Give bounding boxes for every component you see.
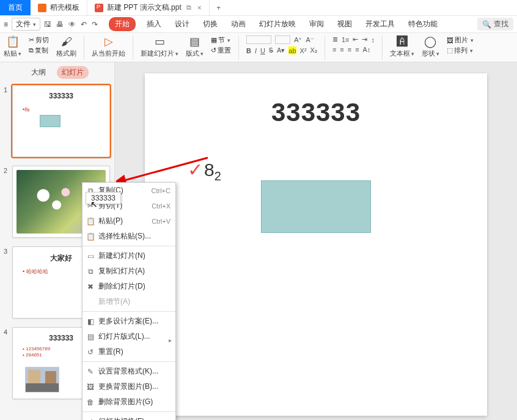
ctx-new-slide[interactable]: ▭新建幻灯片(N) <box>82 248 175 263</box>
ctx-bg-delete[interactable]: 🗑删除背景图片(G) <box>82 394 175 410</box>
thumb-image-street <box>25 367 59 392</box>
ribbon-toolbar: 📋 粘贴 ✂ 剪切 ⧉ 复制 🖌 格式刷 ▷ 从当前开始 ▭ 新建幻灯片 ▤ 版… <box>0 33 517 62</box>
ctx-bg-format[interactable]: ✎设置背景格式(K)... <box>82 364 175 379</box>
thumb-bullet-2: • 284651 <box>23 352 42 358</box>
btn-section[interactable]: ▦ 节 <box>211 35 231 45</box>
align-justify-icon[interactable]: ≡ <box>355 46 359 53</box>
font-size-combo[interactable] <box>275 35 290 44</box>
ribbon-tab-devtools[interactable]: 开发工具 <box>363 17 397 31</box>
search-icon: 🔍 <box>482 20 491 29</box>
ribbon-tab-features[interactable]: 特色功能 <box>406 17 440 31</box>
menu-icon[interactable]: ≡ <box>4 20 8 29</box>
ribbon-tab-animation[interactable]: 动画 <box>229 17 248 31</box>
ribbon-tab-view[interactable]: 视图 <box>335 17 354 31</box>
btn-cut[interactable]: ✂ 剪切 <box>29 35 49 45</box>
ctx-more-designs[interactable]: ◧更多设计方案(E)... <box>82 314 175 329</box>
ctx-duplicate-slide-label: 复制幻灯片(A) <box>98 266 145 276</box>
file-menu[interactable]: 文件 <box>12 18 40 31</box>
btn-arrange[interactable]: ⬚ 排列 <box>447 46 474 55</box>
underline-icon[interactable]: U <box>260 46 265 54</box>
tab-close-icon[interactable]: × <box>197 4 202 12</box>
bold-icon[interactable]: B <box>246 46 251 54</box>
strike-icon[interactable]: S̶ <box>269 46 273 54</box>
ctx-add-section: 新增节(A) <box>82 294 175 309</box>
tab-template[interactable]: 稻壳模板 <box>31 0 87 15</box>
indent-dec-icon[interactable]: ⇤ <box>353 35 358 43</box>
qa-undo-icon[interactable]: ↶ <box>81 20 87 29</box>
indent-inc-icon[interactable]: ⇥ <box>362 35 367 43</box>
ribbon-tab-design[interactable]: 设计 <box>172 17 192 31</box>
shrink-font-icon[interactable]: A⁻ <box>306 35 314 44</box>
slide-formula[interactable]: ✓82 <box>188 159 221 183</box>
search-box[interactable]: 🔍 查找 <box>477 18 513 31</box>
superscript-icon[interactable]: X² <box>300 46 307 54</box>
slide-canvas[interactable]: 333333 ✓82 <box>145 73 487 416</box>
separator <box>382 35 383 60</box>
btn-from-current[interactable]: ▷ 从当前开始 <box>92 35 125 58</box>
grow-font-icon[interactable]: A⁺ <box>294 35 302 44</box>
slide-rectangle-shape[interactable] <box>261 180 371 233</box>
btn-copy[interactable]: ⧉ 复制 <box>29 46 49 55</box>
bullets-icon[interactable]: ≣ <box>332 35 338 43</box>
highlight-icon[interactable]: ab <box>288 46 296 54</box>
del-icon: ✖ <box>86 282 95 291</box>
qa-save-icon[interactable]: 🖫 <box>44 20 51 29</box>
ribbon-tab-insert[interactable]: 插入 <box>144 17 164 31</box>
slide-title-text[interactable]: 333333 <box>145 98 487 127</box>
reset-icon: ↺ <box>86 348 95 356</box>
btn-formatpainter[interactable]: 🖌 格式刷 <box>56 35 76 58</box>
font-name-combo[interactable] <box>246 35 271 44</box>
btn-new-slide[interactable]: ▭ 新建幻灯片 <box>141 35 178 58</box>
align-center-icon[interactable]: ≡ <box>340 46 343 53</box>
fontcolor-icon[interactable]: A▾ <box>277 46 285 54</box>
tab-duplicate-icon[interactable]: ⧉ <box>186 4 191 12</box>
ribbon-tab-review[interactable]: 审阅 <box>307 17 326 31</box>
ctx-paste-special-label: 选择性粘贴(S)... <box>98 231 151 241</box>
ctx-duplicate-slide[interactable]: ⧉复制幻灯片(A) <box>82 263 175 279</box>
menu-left: ≡ 文件 🖫 🖶 👁 ↶ ↷ <box>4 18 98 31</box>
btn-layout[interactable]: ▤ 版式 <box>186 35 204 58</box>
qa-redo-icon[interactable]: ↷ <box>92 20 98 29</box>
ctx-bg-image[interactable]: 🖼更换背景图片(B)... <box>82 379 175 394</box>
tab-new[interactable]: + <box>210 0 228 15</box>
tab-home[interactable]: 首页 <box>0 0 31 15</box>
align-left-icon[interactable]: ≡ <box>332 46 336 53</box>
file-menu-label: 文件 <box>16 19 31 29</box>
tooltip: 333333 <box>86 192 121 204</box>
btn-textbox-label: 文本框 <box>390 49 414 58</box>
ribbon-tab-slideshow[interactable]: 幻灯片放映 <box>257 17 298 31</box>
tab-template-label: 稻壳模板 <box>50 2 79 13</box>
italic-icon[interactable]: I <box>255 46 257 54</box>
tab-document[interactable]: 新建 PPT 演示文稿.ppt ⧉ × <box>87 0 210 15</box>
panel-tab-slides[interactable]: 幻灯片 <box>57 66 89 79</box>
ctx-slide-layout[interactable]: ▤幻灯片版式(L)... <box>82 329 175 344</box>
ctx-reset[interactable]: ↺重置(R) <box>82 344 175 359</box>
textdir-icon[interactable]: A↕ <box>363 46 371 53</box>
btn-reset[interactable]: ↺ 重置 <box>211 46 231 55</box>
qa-preview-icon[interactable]: 👁 <box>68 20 76 29</box>
formula-sub: 2 <box>215 169 221 183</box>
panel-tabs: 大纲 幻灯片 <box>0 62 114 83</box>
ribbon-tab-transition[interactable]: 切换 <box>200 17 220 31</box>
numbering-icon[interactable]: 1≡ <box>342 35 350 43</box>
section-mini: ▦ 节 ↺ 重置 <box>211 35 231 55</box>
align-right-icon[interactable]: ≡ <box>348 46 351 53</box>
linespace-icon[interactable]: ↕ <box>371 35 375 43</box>
btn-picture[interactable]: 🖼 图片 <box>447 35 474 45</box>
btn-textbox[interactable]: 🅰 文本框 <box>390 35 414 58</box>
thumb-bullet: • 哈哈哈哈 <box>23 268 48 276</box>
ctx-paste-special[interactable]: 📋选择性粘贴(S)... <box>82 229 175 244</box>
subscript-icon[interactable]: X₂ <box>310 46 317 54</box>
dup-icon: ⧉ <box>86 267 95 276</box>
btn-paste[interactable]: 📋 粘贴 <box>4 35 21 58</box>
btn-shape[interactable]: ◯ 形状 <box>422 35 439 58</box>
ctx-delete-slide[interactable]: ✖删除幻灯片(D) <box>82 279 175 294</box>
work-area: 大纲 幻灯片 1 333333 •8₂ 2 3 大 <box>0 62 517 420</box>
panel-tab-outline[interactable]: 大纲 <box>26 66 51 79</box>
ctx-transition[interactable]: ⇄幻灯片切换(F)... <box>82 414 175 420</box>
ctx-paste[interactable]: 📋粘贴(P)Ctrl+V <box>82 213 175 229</box>
slide-thumb-1[interactable]: 333333 •8₂ <box>12 85 110 157</box>
ribbon-tab-start[interactable]: 开始 <box>109 17 136 31</box>
qa-print-icon[interactable]: 🖶 <box>56 20 64 29</box>
separator <box>238 35 239 60</box>
